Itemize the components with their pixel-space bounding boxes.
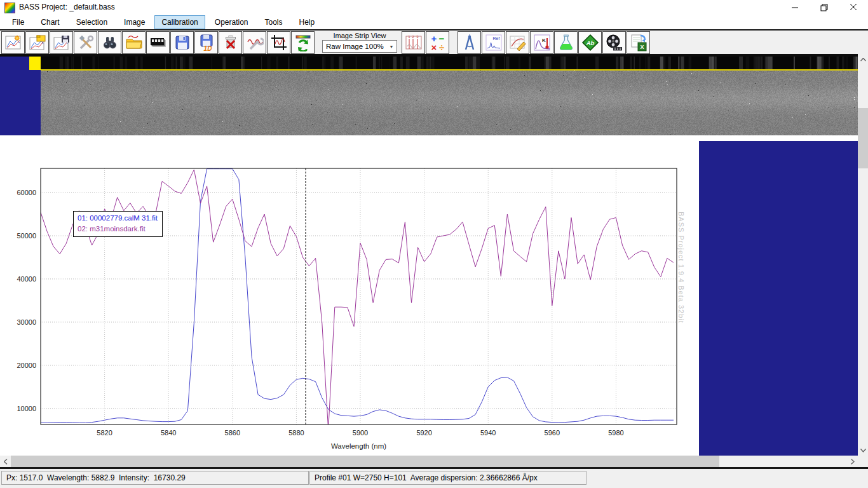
svg-text:÷: ÷ [438, 42, 444, 51]
bass-window: BASS Project: _default.bass FileChartSel… [0, 0, 868, 488]
edit-curve-icon [509, 34, 527, 51]
menu-bar: FileChartSelectionImageCalibrationOperat… [0, 15, 868, 29]
svg-text:20000: 20000 [17, 362, 36, 369]
svg-text:5940: 5940 [480, 429, 496, 437]
binoculars-icon [101, 34, 119, 51]
refresh-colormap-button[interactable] [291, 31, 315, 54]
chevron-down-icon: ▼ [386, 44, 397, 49]
menu-selection[interactable]: Selection [69, 15, 114, 29]
svg-text:5980: 5980 [608, 429, 623, 437]
absorption-lines-icon: Ab [581, 34, 599, 51]
cursor-status-cell: Px: 1517.0 Wavelength: 5882.9 Intensity:… [1, 471, 309, 485]
title-bar: BASS Project: _default.bass [0, 0, 868, 15]
delete-trash-icon [222, 34, 240, 51]
planck-curve-button[interactable]: K [530, 31, 553, 54]
menu-calibration[interactable]: Calibration [154, 15, 205, 29]
open-profile-button[interactable] [122, 31, 146, 54]
version-watermark: BASS Project 1.9.4 Beta 32bit [677, 212, 685, 323]
svg-text:Ab: Ab [585, 39, 594, 46]
image-strip-icon [149, 34, 167, 51]
profile-status-cell: Profile #01 W=2750 H=101 Average dispers… [309, 471, 587, 485]
refresh-colormap-icon [294, 34, 312, 51]
scrollbar-corner [858, 456, 868, 467]
search-button[interactable] [98, 31, 121, 54]
reference-spectrum-button[interactable]: Ref [482, 31, 505, 54]
horizontal-scroll-thumb[interactable] [11, 456, 719, 467]
svg-text:X: X [640, 44, 644, 50]
menu-chart[interactable]: Chart [34, 15, 66, 29]
scroll-left-icon[interactable] [0, 456, 11, 467]
measure-compass-button[interactable] [458, 31, 481, 54]
svg-text:5880: 5880 [288, 429, 304, 437]
math-operations-icon: +−×÷ [429, 34, 447, 51]
toolbar: 1D Image Strip View Raw Image 100% ▼ [0, 30, 868, 54]
crop-chart-button[interactable] [267, 31, 290, 54]
settings-button[interactable] [74, 31, 97, 54]
svg-text:K: K [542, 37, 546, 43]
svg-text:40000: 40000 [17, 275, 36, 283]
reference-spectrum-icon: Ref [485, 34, 503, 51]
export-excel-button[interactable]: X [627, 31, 650, 54]
menu-tools[interactable]: Tools [258, 15, 290, 29]
raw-spectrum-strip[interactable] [41, 57, 858, 71]
scroll-down-icon[interactable] [858, 445, 868, 456]
chart-legend[interactable]: 01: 00002779.calM 31.fit02: m31moinsdark… [73, 211, 163, 237]
restore-button[interactable] [810, 0, 839, 15]
spectrum-chart[interactable]: 1000020000300004000050000600005820584058… [0, 135, 699, 456]
open-project-chart-icon [29, 34, 46, 51]
open-project-button[interactable] [25, 31, 49, 54]
app-icon [4, 3, 15, 13]
save-icon [173, 34, 191, 51]
menu-file[interactable]: File [5, 15, 31, 29]
math-operations-button[interactable]: +−×÷ [426, 31, 449, 54]
new-project-chart-icon [4, 34, 22, 51]
right-background-panel [699, 141, 858, 456]
svg-text:10000: 10000 [17, 405, 36, 412]
scroll-right-icon[interactable] [847, 456, 858, 467]
close-icon [850, 4, 857, 11]
vertical-scrollbar[interactable] [858, 54, 868, 456]
svg-text:60000: 60000 [17, 189, 36, 196]
menu-image[interactable]: Image [117, 15, 152, 29]
save-1d-icon: 1D [198, 34, 215, 51]
save-project-chart-icon [53, 34, 71, 51]
save-button[interactable] [170, 31, 194, 54]
svg-text:×: × [431, 42, 437, 51]
planck-curve-icon: K [533, 34, 551, 51]
menu-operation[interactable]: Operation [208, 15, 255, 29]
delete-button[interactable] [219, 31, 242, 54]
svg-text:Wavelength (nm): Wavelength (nm) [331, 442, 386, 450]
image-strip-view-select[interactable]: Raw Image 100% ▼ [322, 40, 397, 53]
numbered-peaks-icon: 123 [405, 34, 423, 51]
strip-selection-marker [29, 57, 41, 70]
svg-text:5820: 5820 [97, 429, 112, 437]
vertical-scroll-thumb[interactable] [858, 108, 868, 168]
horizontal-scrollbar[interactable] [0, 456, 858, 467]
edit-curve-button[interactable] [506, 31, 529, 54]
svg-text:Ref: Ref [492, 36, 499, 41]
menu-help[interactable]: Help [292, 15, 322, 29]
save-project-button[interactable] [50, 31, 73, 54]
profile-tools-icon [246, 34, 264, 51]
svg-text:5920: 5920 [416, 429, 431, 437]
profile-tools-button[interactable] [243, 31, 266, 54]
animation-film-icon [606, 34, 623, 51]
image-strip-button[interactable] [146, 31, 170, 54]
raw-image-strip[interactable] [41, 71, 858, 135]
window-title: BASS Project: _default.bass [19, 3, 115, 11]
minimize-button[interactable] [780, 0, 810, 15]
close-button[interactable] [839, 0, 868, 15]
numbered-peaks-button[interactable]: 123 [402, 31, 425, 54]
chemical-elements-button[interactable] [554, 31, 578, 54]
chart-region: 1000020000300004000050000600005820584058… [0, 135, 858, 456]
restore-icon [820, 4, 828, 11]
scroll-up-icon[interactable] [858, 54, 868, 65]
absorption-lines-button[interactable]: Ab [578, 31, 602, 54]
minimize-icon [792, 4, 799, 11]
status-bar: Px: 1517.0 Wavelength: 5882.9 Intensity:… [0, 469, 868, 488]
save-1d-button[interactable]: 1D [194, 31, 218, 54]
settings-tools-icon [77, 34, 95, 51]
svg-text:5840: 5840 [161, 429, 176, 437]
animation-film-button[interactable] [602, 31, 626, 54]
new-project-button[interactable] [1, 31, 25, 54]
